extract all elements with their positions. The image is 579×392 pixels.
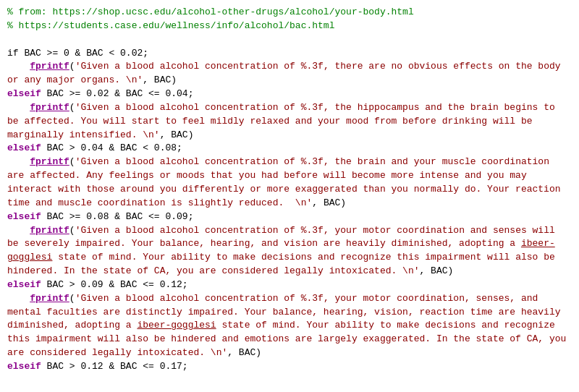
code-call-2: (	[69, 102, 75, 113]
fprintf-5: fprintf	[30, 293, 69, 304]
code-line-elseif3: BAC >= 0.08 & BAC <= 0.09;	[41, 211, 194, 222]
elseif-4: elseif	[7, 279, 41, 290]
code-sep-4: , BAC)	[420, 265, 454, 276]
code-call-5: (	[69, 293, 75, 304]
string-5-underline: ibeer-gogglesi	[137, 320, 216, 331]
string-4: 'Given a blood alcohol concentration of …	[7, 225, 561, 250]
fprintf-3: fprintf	[30, 156, 69, 167]
elseif-2: elseif	[7, 142, 41, 153]
code-container: % from: https://shop.ucsc.edu/alcohol-ot…	[7, 6, 572, 374]
fprintf-4: fprintf	[30, 225, 69, 236]
code-sep-3: , BAC)	[312, 197, 346, 208]
code-call-1: (	[69, 61, 75, 72]
code-line-elseif2: BAC > 0.04 & BAC < 0.08;	[41, 142, 182, 153]
code-sep-5: , BAC)	[227, 347, 261, 358]
string-1: 'Given a blood alcohol concentration of …	[7, 61, 566, 85]
fprintf-1: fprintf	[30, 61, 69, 72]
elseif-1: elseif	[7, 88, 41, 99]
code-line-elseif1: BAC >= 0.02 & BAC <= 0.04;	[41, 88, 194, 99]
code-line-elseif4: BAC > 0.09 & BAC <= 0.12;	[41, 279, 188, 290]
string-4b: state of mind. Your ability to make deci…	[7, 252, 561, 276]
code-call-4: (	[69, 225, 75, 236]
elseif-5: elseif	[7, 361, 41, 372]
code-content: % from: https://shop.ucsc.edu/alcohol-ot…	[7, 6, 572, 374]
code-call-3: (	[69, 156, 75, 167]
code-sep-2: , BAC)	[160, 129, 194, 140]
comment-line-1: % from: https://shop.ucsc.edu/alcohol-ot…	[7, 7, 414, 31]
string-2: 'Given a blood alcohol concentration of …	[7, 102, 561, 140]
code-sep-1: , BAC)	[143, 74, 177, 85]
elseif-3: elseif	[7, 211, 41, 222]
fprintf-2: fprintf	[30, 102, 69, 113]
code-line-if1: if BAC >= 0 & BAC < 0.02;	[7, 48, 148, 59]
code-line-elseif5: BAC > 0.12 & BAC <= 0.17;	[41, 361, 188, 372]
string-3: 'Given a blood alcohol concentration of …	[7, 156, 566, 208]
